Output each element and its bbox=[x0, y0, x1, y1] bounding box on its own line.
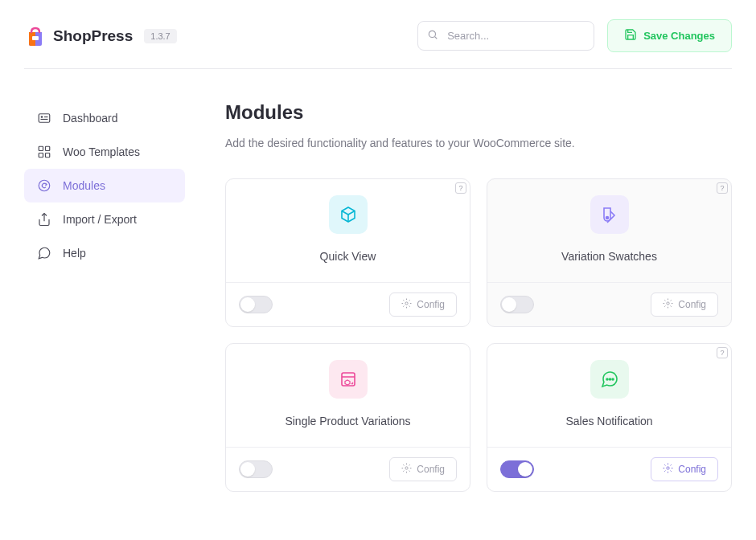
module-title: Sales Notification bbox=[565, 415, 652, 428]
svg-rect-0 bbox=[32, 36, 39, 40]
sidebar-item-modules[interactable]: Modules bbox=[24, 169, 185, 202]
sidebar-item-import-export[interactable]: Import / Export bbox=[24, 202, 185, 236]
module-toggle[interactable] bbox=[500, 460, 534, 478]
sidebar-item-label: Woo Templates bbox=[63, 145, 140, 158]
save-changes-button[interactable]: Save Changes bbox=[607, 19, 732, 52]
quick-view-icon bbox=[329, 195, 368, 234]
sidebar-item-woo-templates[interactable]: Woo Templates bbox=[24, 135, 185, 169]
module-card-variation-swatches: ? Variation Swatches bbox=[487, 178, 732, 327]
svg-point-11 bbox=[39, 180, 50, 191]
module-body: Variation Swatches bbox=[487, 179, 731, 282]
content: Modules Add the desired functionality an… bbox=[225, 101, 732, 492]
toggle-knob bbox=[502, 297, 516, 312]
module-title: Quick View bbox=[320, 250, 376, 263]
toggle-knob bbox=[240, 462, 255, 477]
gear-icon bbox=[663, 298, 673, 311]
page-title: Modules bbox=[225, 101, 732, 124]
module-body: Single Product Variations bbox=[226, 344, 470, 447]
config-button-label: Config bbox=[417, 464, 445, 475]
templates-icon bbox=[37, 145, 51, 159]
page-description: Add the desired functionality and featur… bbox=[225, 137, 732, 149]
svg-rect-3 bbox=[39, 114, 50, 123]
module-footer: Config bbox=[487, 282, 731, 326]
svg-point-15 bbox=[606, 217, 608, 219]
header-right: Save Changes bbox=[417, 19, 732, 52]
module-card-sales-notification: ? Sales Notification bbox=[487, 343, 732, 492]
config-button[interactable]: Config bbox=[389, 457, 457, 481]
save-button-label: Save Changes bbox=[643, 30, 715, 42]
gear-icon bbox=[401, 463, 412, 476]
config-button[interactable]: Config bbox=[651, 457, 718, 481]
variation-swatches-icon bbox=[590, 195, 629, 234]
module-card-single-product-variations: Single Product Variations bbox=[225, 343, 470, 492]
module-title: Variation Swatches bbox=[561, 250, 657, 263]
sidebar-item-label: Import / Export bbox=[63, 213, 137, 226]
module-footer: Config bbox=[226, 282, 470, 326]
module-toggle[interactable] bbox=[239, 460, 273, 478]
logo-icon bbox=[24, 25, 47, 47]
toggle-knob bbox=[240, 297, 255, 312]
search-input[interactable] bbox=[417, 21, 594, 51]
module-card-quick-view: ? Quick View bbox=[225, 178, 470, 327]
svg-point-1 bbox=[429, 31, 435, 37]
module-title: Single Product Variations bbox=[285, 415, 410, 428]
sidebar: Dashboard Woo Templates bbox=[24, 101, 185, 492]
sidebar-item-dashboard[interactable]: Dashboard bbox=[24, 101, 185, 135]
svg-point-20 bbox=[606, 378, 608, 380]
config-button-label: Config bbox=[678, 464, 706, 475]
search-icon bbox=[427, 29, 438, 43]
svg-rect-7 bbox=[39, 146, 43, 150]
sidebar-item-label: Modules bbox=[63, 179, 105, 192]
config-button-label: Config bbox=[678, 299, 706, 310]
svg-point-14 bbox=[405, 302, 408, 305]
main-layout: Dashboard Woo Templates bbox=[24, 69, 732, 492]
svg-point-21 bbox=[609, 378, 610, 380]
toggle-knob bbox=[518, 462, 532, 477]
svg-point-19 bbox=[405, 467, 408, 469]
config-button[interactable]: Config bbox=[651, 292, 718, 317]
single-product-variations-icon bbox=[329, 360, 368, 399]
sales-notification-icon bbox=[590, 360, 629, 399]
svg-rect-8 bbox=[46, 146, 50, 150]
config-button[interactable]: Config bbox=[389, 292, 457, 317]
modules-icon bbox=[37, 178, 51, 193]
sidebar-item-label: Help bbox=[63, 247, 86, 260]
search-box bbox=[417, 21, 594, 51]
module-footer: Config bbox=[487, 447, 731, 491]
logo[interactable]: ShopPress bbox=[24, 25, 133, 47]
dashboard-icon bbox=[37, 111, 51, 125]
gear-icon bbox=[401, 298, 412, 311]
svg-rect-9 bbox=[39, 153, 43, 158]
gear-icon bbox=[663, 463, 673, 476]
header: ShopPress 1.3.7 bbox=[24, 0, 732, 69]
version-badge: 1.3.7 bbox=[144, 29, 176, 43]
config-button-label: Config bbox=[417, 299, 445, 310]
svg-point-23 bbox=[667, 467, 669, 469]
svg-point-16 bbox=[667, 302, 669, 305]
module-body: Quick View bbox=[226, 179, 470, 282]
module-toggle[interactable] bbox=[500, 296, 534, 313]
help-icon bbox=[37, 246, 51, 260]
module-help-button[interactable]: ? bbox=[717, 182, 728, 194]
svg-point-4 bbox=[41, 117, 43, 118]
module-help-button[interactable]: ? bbox=[717, 347, 728, 358]
svg-rect-10 bbox=[46, 153, 50, 158]
module-toggle[interactable] bbox=[239, 296, 273, 313]
svg-line-2 bbox=[435, 36, 438, 39]
logo-text: ShopPress bbox=[53, 27, 133, 45]
module-footer: Config bbox=[226, 447, 470, 491]
import-export-icon bbox=[37, 212, 51, 227]
sidebar-item-help[interactable]: Help bbox=[24, 236, 185, 270]
modules-grid: ? Quick View bbox=[225, 178, 732, 492]
sidebar-item-label: Dashboard bbox=[63, 112, 118, 125]
module-help-button[interactable]: ? bbox=[455, 182, 466, 194]
module-body: Sales Notification bbox=[487, 344, 731, 447]
save-icon bbox=[624, 28, 637, 43]
header-left: ShopPress 1.3.7 bbox=[24, 25, 177, 47]
svg-point-22 bbox=[612, 378, 614, 380]
